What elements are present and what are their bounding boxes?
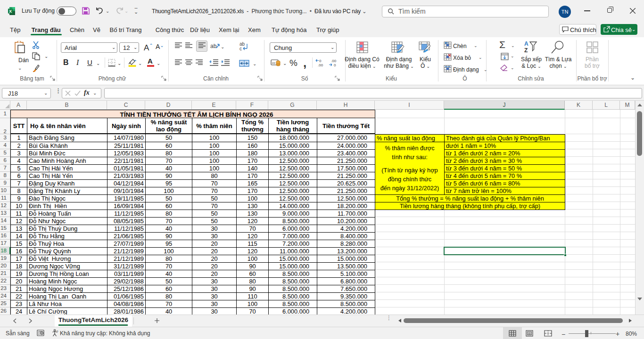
svg-text:c: c bbox=[239, 46, 242, 51]
svg-text:.00: .00 bbox=[318, 63, 323, 67]
svg-text:0: 0 bbox=[334, 63, 336, 67]
svg-text:Z: Z bbox=[524, 47, 528, 54]
svg-text:?: ? bbox=[56, 330, 58, 334]
svg-text:0: 0 bbox=[319, 59, 322, 63]
svg-text:ab: ab bbox=[210, 43, 217, 49]
svg-text:.00: .00 bbox=[331, 59, 337, 63]
svg-text:X: X bbox=[9, 9, 12, 14]
svg-text:cc: cc bbox=[272, 61, 276, 65]
svg-text:A: A bbox=[524, 40, 528, 47]
